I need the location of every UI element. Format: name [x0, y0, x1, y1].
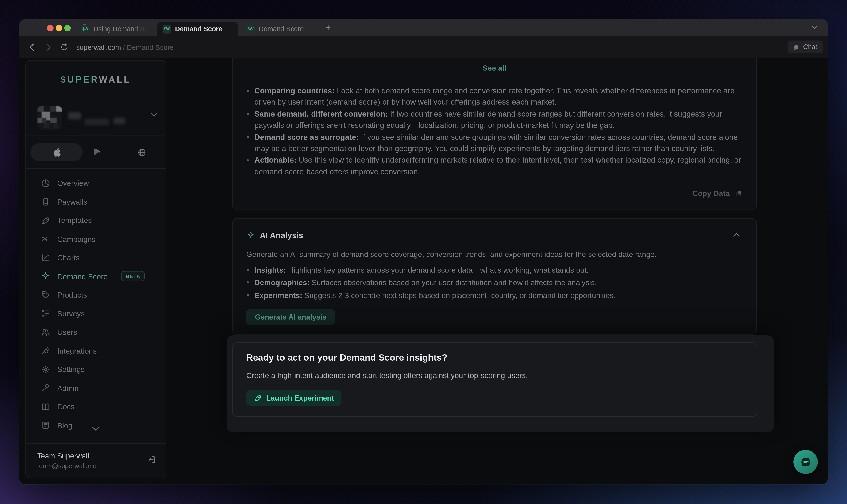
collapse-chevron-icon[interactable] [733, 233, 740, 237]
list-item: Actionable: Use this view to identify un… [246, 155, 743, 178]
tab-using-demand-score[interactable]: $W Using Demand Score in [75, 22, 153, 36]
sidebar-item-users[interactable]: Users [26, 323, 166, 341]
account-email: team@superwall.me [37, 462, 96, 470]
refresh-icon[interactable] [59, 42, 69, 52]
platform-ios-selected[interactable] [30, 143, 83, 161]
ai-item-lead: Insights: [254, 266, 286, 274]
minimize-window-button[interactable] [56, 25, 62, 31]
plug-icon [41, 346, 50, 356]
sidebar-item-integrations[interactable]: Integrations [26, 341, 166, 360]
chat-button-label: Chat [803, 43, 817, 51]
chat-bubble-icon [793, 43, 800, 51]
sidebar-item-paywalls[interactable]: Paywalls [26, 193, 166, 211]
sidebar-item-charts[interactable]: Charts [26, 248, 166, 267]
superwall-favicon: $W [163, 25, 171, 33]
see-all-link[interactable]: See all [233, 64, 756, 72]
forward-button[interactable] [44, 42, 53, 52]
sidebar-item-demand-score[interactable]: Demand Score BETA [26, 267, 166, 286]
sidebar-item-label: Settings [57, 365, 85, 374]
page-content: $UPERWALL [19, 58, 828, 484]
sidebar-item-settings[interactable]: Settings [26, 360, 166, 379]
list-item: Demographics: Surfaces observations base… [246, 277, 743, 289]
sidebar-item-docs[interactable]: Docs [26, 397, 166, 416]
copy-data-button[interactable]: Copy Data [692, 189, 743, 198]
app-name-redacted [113, 118, 125, 124]
charts-icon [41, 253, 50, 262]
generate-ai-analysis-label: Generate AI analysis [255, 313, 326, 321]
sidebar-item-surveys[interactable]: Surveys [26, 304, 166, 323]
sidebar-item-label: Blog [57, 421, 73, 430]
launch-experiment-button[interactable]: Launch Experiment [246, 390, 341, 406]
app-name-redacted [84, 119, 109, 125]
sidebar-nav: Overview Paywalls Templates Campaigns [26, 174, 166, 435]
sparkle-icon [246, 231, 255, 239]
sidebar-item-label: Users [57, 328, 77, 337]
tag-icon [41, 290, 50, 300]
chat-button[interactable]: Chat [787, 41, 823, 54]
desktop-wallpaper: $W Using Demand Score in $W Demand Score… [0, 0, 847, 504]
sparkle-icon [41, 272, 50, 281]
paywalls-icon [41, 197, 50, 206]
logo-rest: WALL [99, 75, 131, 84]
chat-bubble-icon [799, 455, 812, 468]
chevron-down-icon [151, 113, 157, 117]
sidebar-item-label: Integrations [57, 346, 97, 355]
overview-icon [41, 179, 50, 188]
browser-toolbar: superwall.com / Demand Score Chat [19, 36, 828, 58]
sidebar-item-admin[interactable]: Admin [26, 379, 166, 397]
sidebar-item-label: Products [57, 291, 87, 300]
close-window-button[interactable] [47, 25, 54, 31]
cta-subtitle: Create a high-intent audience and start … [246, 371, 528, 380]
checklist-icon [41, 309, 50, 318]
ai-analysis-list: Insights: Highlights key patterns across… [246, 264, 743, 302]
sidebar-item-label: Paywalls [57, 198, 87, 206]
sidebar-scroll-chevron-icon[interactable] [92, 427, 100, 432]
superwall-logo: $UPERWALL [26, 75, 166, 85]
divider [26, 443, 166, 444]
list-item: Demand score as surrogate: If you see si… [246, 132, 743, 155]
tab-title: Demand Score [175, 25, 222, 33]
sidebar-item-campaigns[interactable]: Campaigns [26, 230, 166, 248]
url-path: / Demand Score [121, 43, 174, 51]
new-tab-button[interactable]: + [326, 23, 331, 32]
ai-item-text: Surfaces observations based on your user… [310, 278, 597, 287]
campaigns-icon [41, 234, 50, 244]
ai-item-lead: Demographics: [254, 278, 310, 287]
tab-demand-score-active[interactable]: $W Demand Score [157, 22, 238, 36]
sidebar-item-templates[interactable]: Templates [26, 211, 166, 230]
rocket-icon [41, 216, 50, 225]
insight-lead: Actionable: [254, 156, 297, 164]
sidebar-item-overview[interactable]: Overview [26, 174, 166, 193]
cta-title: Ready to act on your Demand Score insigh… [246, 353, 447, 363]
book-icon [41, 402, 50, 411]
sidebar-item-label: Surveys [57, 309, 85, 318]
cta-inner-card: Ready to act on your Demand Score insigh… [232, 342, 757, 417]
insight-lead: Demand score as surrogate: [254, 132, 359, 141]
sidebar-item-label: Docs [57, 402, 74, 411]
sign-out-icon[interactable] [147, 455, 157, 464]
ai-analysis-card: AI Analysis Generate an AI summary of de… [232, 218, 757, 335]
list-item: Experiments: Suggests 2-3 concrete next … [246, 289, 743, 302]
rocket-icon [254, 394, 262, 402]
divider [26, 168, 166, 169]
sidebar-item-products[interactable]: Products [26, 286, 166, 304]
platform-android[interactable] [88, 143, 106, 161]
newspaper-icon [41, 421, 50, 430]
tab-demand-score-2[interactable]: $W Demand Score [241, 22, 322, 36]
support-chat-fab[interactable] [793, 450, 818, 474]
divider [26, 136, 166, 136]
sidebar-item-label: Templates [57, 216, 92, 225]
insight-lead: Same demand, different conversion: [254, 110, 388, 118]
sidebar-item-blog[interactable]: Blog [26, 416, 166, 435]
tab-overflow-chevron-icon[interactable] [811, 25, 818, 30]
ai-item-text: Highlights key patterns across your dema… [286, 266, 589, 274]
apple-icon [52, 147, 61, 157]
app-name-redacted [68, 112, 81, 120]
app-icon-redacted [37, 106, 62, 130]
url-bar[interactable]: superwall.com / Demand Score [76, 43, 174, 51]
platform-web[interactable] [133, 143, 151, 161]
browser-window: $W Using Demand Score in $W Demand Score… [19, 19, 828, 484]
zoom-window-button[interactable] [64, 25, 71, 31]
back-button[interactable] [27, 42, 37, 52]
generate-ai-analysis-button[interactable]: Generate AI analysis [246, 309, 335, 325]
